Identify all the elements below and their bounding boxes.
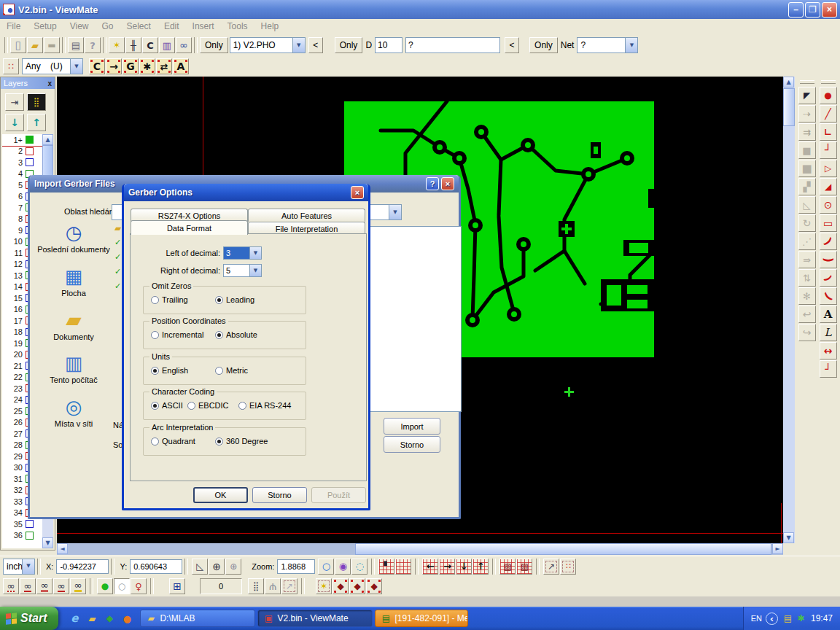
computer-icon[interactable]: ▥ xyxy=(61,351,86,376)
scroll-up-icon[interactable]: ▲ xyxy=(783,77,794,88)
angle-measure-icon[interactable]: ◺ xyxy=(192,559,208,575)
menu-view[interactable]: View xyxy=(63,20,96,33)
view-traces-icon[interactable]: ∞ xyxy=(20,578,36,594)
radio-trailing[interactable]: Trailing xyxy=(151,295,215,304)
prev-layer-button[interactable]: < xyxy=(308,37,323,53)
gerber-close-button[interactable]: × xyxy=(351,186,364,199)
tab-data-format[interactable]: Data Format xyxy=(131,220,248,235)
diamond-swap-icon[interactable]: ◆ xyxy=(349,578,365,594)
radio-button-icon[interactable] xyxy=(215,296,223,304)
chevron-down-icon[interactable]: ▼ xyxy=(292,38,305,52)
select-area-icon[interactable]: ∷ xyxy=(560,559,576,575)
step-move-icon[interactable]: ▨ xyxy=(516,559,532,575)
horizontal-scrollbar-thumb[interactable] xyxy=(355,543,771,555)
relative-origin-icon[interactable]: ⊕ xyxy=(225,559,241,575)
import-close-button[interactable]: × xyxy=(441,177,454,190)
radio-button-icon[interactable] xyxy=(238,402,246,410)
radio-incremental[interactable]: Incremental xyxy=(151,330,215,339)
pan-left-icon[interactable]: ← xyxy=(422,559,438,575)
vertical-scrollbar-thumb[interactable] xyxy=(783,88,795,126)
view-flash-icon[interactable]: ∞ xyxy=(53,578,69,594)
draw-arc-cw-icon[interactable]: ) xyxy=(820,251,837,268)
radio-ascii[interactable]: ASCII xyxy=(151,401,187,410)
new-file-icon[interactable]: ▯ xyxy=(10,37,26,53)
pan-up-icon[interactable]: ↑ xyxy=(472,559,489,575)
flash-star-icon[interactable]: ✱ xyxy=(139,58,155,74)
scroll-right-icon[interactable]: ► xyxy=(772,543,783,554)
copy-dcode-icon[interactable]: ⇉ xyxy=(798,123,816,141)
view-dcodes-icon[interactable]: ∞ xyxy=(3,578,19,594)
menu-go[interactable]: Go xyxy=(96,20,120,33)
grid-icon[interactable] xyxy=(395,559,411,575)
diamond-dot-icon[interactable]: ◆ xyxy=(332,578,349,594)
radio-english[interactable]: English xyxy=(151,366,215,375)
layer-color-swatch[interactable] xyxy=(26,532,34,540)
text-a-icon[interactable]: A xyxy=(173,58,189,74)
dot-grid-icon[interactable]: ⣿ xyxy=(248,578,264,594)
aperture-flash-icon[interactable]: ✶ xyxy=(109,37,125,53)
menu-select[interactable]: Select xyxy=(120,20,158,33)
scroll-left-icon[interactable]: ◄ xyxy=(57,543,68,554)
place-posledn-dokumenty[interactable]: ◷Poslední dokumenty xyxy=(37,220,110,255)
skew-icon[interactable]: ◺ xyxy=(798,196,816,214)
open-folder-icon[interactable]: ▰ xyxy=(27,37,43,53)
layer-combo[interactable]: 1) V2.PHO ▼ xyxy=(230,37,306,53)
flash-select-icon[interactable]: ✶ xyxy=(316,578,332,594)
radio-metric[interactable]: Metric xyxy=(215,366,248,375)
cancel-button[interactable]: Storno xyxy=(252,487,307,503)
context-help-icon[interactable]: ? xyxy=(85,37,101,53)
tray-collapse-icon[interactable]: ‹ xyxy=(766,612,778,625)
transform-icon[interactable]: ⇛ xyxy=(798,251,816,268)
draw-arc-chord-icon[interactable]: ) xyxy=(820,233,837,250)
draw-dimension-icon[interactable]: ↔ xyxy=(820,342,837,359)
layer-color-swatch[interactable] xyxy=(26,158,34,166)
layer-down-icon[interactable]: ↓ xyxy=(5,114,24,131)
unit-combo[interactable]: inch ▼ xyxy=(3,559,35,575)
viewmate-icon[interactable]: ▣ xyxy=(262,612,274,624)
draw-text-icon[interactable]: A xyxy=(820,306,837,323)
draw-triangle-icon[interactable]: ◢ xyxy=(820,178,837,195)
recent-docs-icon[interactable]: ◷ xyxy=(61,220,86,245)
draw-pad-icon[interactable]: ● xyxy=(820,87,837,104)
ie-icon[interactable]: e xyxy=(67,611,82,626)
scroll-down-icon[interactable]: ▼ xyxy=(42,537,53,548)
draw-track-icon[interactable]: ┘ xyxy=(820,360,837,378)
scroll-up-icon[interactable]: ▲ xyxy=(42,134,53,145)
radio-button-icon[interactable] xyxy=(215,438,223,446)
horizontal-scrollbar[interactable]: ◄ ► xyxy=(57,543,783,555)
zoom-window-icon[interactable]: ◉ xyxy=(335,559,351,575)
step-copy-icon[interactable]: ▧ xyxy=(499,559,516,575)
view-highlight-icon[interactable]: ∞ xyxy=(70,578,86,594)
film-colors-icon[interactable]: ▥ xyxy=(159,37,175,53)
menu-tools[interactable]: Tools xyxy=(221,20,254,33)
menu-file[interactable]: File xyxy=(0,20,27,33)
view-pads-icon[interactable]: ∞ xyxy=(36,578,52,594)
restore-button[interactable]: ❐ xyxy=(805,2,820,18)
place-plocha[interactable]: ▦Plocha xyxy=(37,264,110,299)
layer-color-swatch[interactable] xyxy=(26,147,34,155)
folder-task-icon[interactable]: ▰ xyxy=(145,612,157,624)
layers-panel-title[interactable]: Layers x xyxy=(1,77,55,89)
layer-row-3[interactable]: 3 xyxy=(2,157,43,168)
layer-row-1+[interactable]: 1+ xyxy=(2,134,43,146)
filled-square-alt-icon[interactable]: ■ xyxy=(798,160,816,177)
menu-setup[interactable]: Setup xyxy=(27,20,63,33)
radio-eia-rs-244[interactable]: EIA RS-244 xyxy=(238,401,291,410)
radio-button-icon[interactable] xyxy=(151,296,159,304)
grid-origin-icon[interactable]: ▘ xyxy=(378,559,394,575)
radio-button-icon[interactable] xyxy=(215,367,223,375)
pad-query-icon[interactable]: C xyxy=(142,37,158,53)
pan-down-icon[interactable]: ↓ xyxy=(456,559,472,575)
zoom-lens-icon[interactable]: ○ xyxy=(318,559,334,575)
import-button[interactable]: Import xyxy=(384,418,440,435)
layer-color-swatch[interactable] xyxy=(26,520,34,528)
draw-corner-icon[interactable]: ┘ xyxy=(820,141,837,159)
chevron-down-icon[interactable]: ▼ xyxy=(389,205,401,219)
anchor-icon[interactable]: Ψ xyxy=(265,578,281,594)
radio-leading[interactable]: Leading xyxy=(215,295,254,304)
network-icon[interactable]: ◎ xyxy=(61,394,86,419)
draw-circle-icon[interactable]: ⊙ xyxy=(820,196,837,214)
close-button[interactable]: × xyxy=(822,2,837,18)
task-v2-bin-viewmate[interactable]: ▣V2.bin - ViewMate xyxy=(257,610,373,627)
toolbar-grip[interactable] xyxy=(800,80,814,84)
